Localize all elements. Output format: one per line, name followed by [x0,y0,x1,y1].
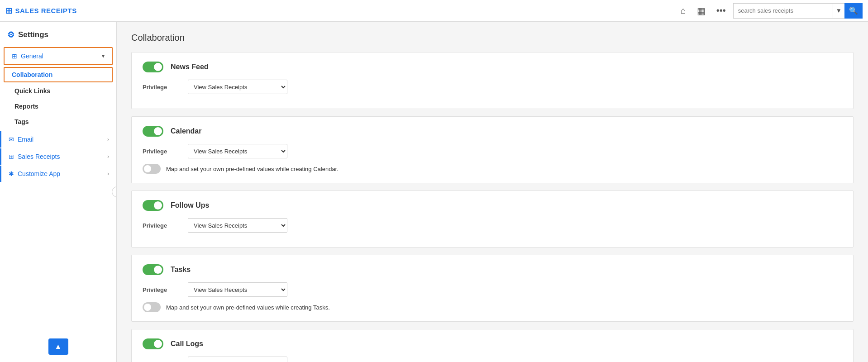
email-label: Email [18,136,33,143]
section-title-call-logs: Call Logs [171,340,203,348]
privilege-row-follow-ups: Privilege View Sales Receipts Edit Sales… [143,218,842,233]
privilege-label-news-feed: Privilege [143,84,179,90]
main-content: Collaboration News Feed Privilege View S… [117,22,868,362]
general-section: ⊞ General ▾ Collaboration Quick Links Re… [0,47,116,129]
general-icon: ⊞ [12,52,17,60]
toggle-tasks[interactable] [143,264,163,275]
sidebar-item-quick-links[interactable]: Quick Links [0,83,116,99]
chart-button[interactable]: ▦ [693,4,709,18]
privilege-label-follow-ups: Privilege [143,222,179,229]
map-text-calendar: Map and set your own pre-defined values … [166,166,339,172]
section-header-tasks: Tasks [143,264,842,275]
scroll-top-button[interactable]: ▲ [48,338,68,355]
privilege-dropdown-tasks[interactable]: View Sales Receipts Edit Sales Receipts … [188,283,287,296]
search-dropdown-button[interactable]: ▼ [833,3,844,19]
privilege-row-call-logs: Privilege View Sales Receipts Edit Sales… [143,357,842,362]
sidebar-item-sales-receipts[interactable]: ⊞ Sales Receipts › [0,148,116,165]
grid-icon: ⊞ [5,6,13,16]
privilege-select-call-logs[interactable]: View Sales Receipts Edit Sales Receipts … [188,357,287,362]
toggle-calendar[interactable] [143,126,163,137]
section-follow-ups: Follow Ups Privilege View Sales Receipts… [131,191,854,248]
sales-receipts-label: Sales Receipts [18,153,60,160]
search-input[interactable] [733,3,833,19]
privilege-row-tasks: Privilege View Sales Receipts Edit Sales… [143,282,842,297]
privilege-dropdown-follow-ups[interactable]: View Sales Receipts Edit Sales Receipts … [188,219,287,232]
section-header-calendar: Calendar [143,126,842,137]
section-news-feed: News Feed Privilege View Sales Receipts … [131,52,854,109]
section-title-calendar: Calendar [171,127,201,135]
app-title-text: SALES RECEIPTS [15,7,77,14]
privilege-row-news-feed: Privilege View Sales Receipts Edit Sales… [143,80,842,94]
layout: ⚙ Settings ⊞ General ▾ Collaboration Qui… [0,22,868,362]
section-tasks: Tasks Privilege View Sales Receipts Edit… [131,255,854,322]
collapse-button[interactable]: ‹ [112,186,117,197]
navbar-actions: ⌂ ▦ ••• ▼ 🔍 [677,3,863,19]
sidebar-item-email[interactable]: ✉ Email › [0,131,116,148]
navbar: ⊞ SALES RECEIPTS ⌂ ▦ ••• ▼ 🔍 [0,0,868,22]
reports-label: Reports [14,103,38,110]
section-title-follow-ups: Follow Ups [171,201,209,210]
toggle-call-logs[interactable] [143,338,163,349]
quick-links-label: Quick Links [14,87,50,95]
privilege-select-news-feed[interactable]: View Sales Receipts Edit Sales Receipts … [188,80,287,94]
map-text-tasks: Map and set your own pre-defined values … [166,304,330,311]
chevron-down-icon: ▾ [102,53,105,59]
section-header-news-feed: News Feed [143,62,842,72]
privilege-select-tasks[interactable]: View Sales Receipts Edit Sales Receipts … [188,282,287,297]
more-button[interactable]: ••• [713,4,730,18]
app-title: ⊞ SALES RECEIPTS [5,6,77,16]
privilege-label-tasks: Privilege [143,286,179,293]
sidebar-item-customize-app[interactable]: ✱ Customize App › [0,166,116,182]
toggle-follow-ups[interactable] [143,200,163,211]
section-title-news-feed: News Feed [171,63,209,71]
privilege-dropdown-call-logs[interactable]: View Sales Receipts Edit Sales Receipts … [188,357,287,362]
privilege-dropdown-news-feed[interactable]: View Sales Receipts Edit Sales Receipts … [188,80,287,94]
general-item[interactable]: ⊞ General ▾ [4,47,113,65]
toggle-news-feed[interactable] [143,62,163,72]
collaboration-label: Collaboration [12,71,52,78]
privilege-select-calendar[interactable]: View Sales Receipts Edit Sales Receipts … [188,144,287,158]
map-row-calendar: Map and set your own pre-defined values … [143,164,842,174]
chevron-right-icon: › [107,136,109,143]
privilege-select-follow-ups[interactable]: View Sales Receipts Edit Sales Receipts … [188,218,287,233]
home-button[interactable]: ⌂ [677,4,690,18]
sales-receipts-icon: ⊞ [9,153,14,160]
search-container: ▼ 🔍 [733,3,863,19]
privilege-label-call-logs: Privilege [143,361,179,362]
settings-header: ⚙ Settings [0,22,116,45]
privilege-label-calendar: Privilege [143,148,179,155]
settings-label: Settings [18,30,48,39]
tags-label: Tags [14,118,29,125]
sidebar-item-tags[interactable]: Tags [0,114,116,129]
customize-icon: ✱ [9,170,14,177]
section-title-tasks: Tasks [171,266,191,274]
page-title: Collaboration [131,33,854,43]
sidebar-item-reports[interactable]: Reports [0,99,116,114]
sidebar-item-collaboration[interactable]: Collaboration [4,67,113,82]
toggle-map-calendar[interactable] [143,164,161,174]
scroll-top-icon: ▲ [55,343,62,350]
general-label: General [21,52,43,60]
customize-label: Customize App [18,170,60,177]
map-row-tasks: Map and set your own pre-defined values … [143,302,842,312]
privilege-row-calendar: Privilege View Sales Receipts Edit Sales… [143,144,842,158]
section-call-logs: Call Logs Privilege View Sales Receipts … [131,329,854,362]
toggle-map-tasks[interactable] [143,302,161,312]
chevron-right-icon3: › [107,171,109,177]
privilege-dropdown-calendar[interactable]: View Sales Receipts Edit Sales Receipts … [188,144,287,158]
section-header-call-logs: Call Logs [143,338,842,349]
chevron-right-icon2: › [107,153,109,160]
gear-icon: ⚙ [7,30,14,40]
section-header-follow-ups: Follow Ups [143,200,842,211]
sidebar: ⚙ Settings ⊞ General ▾ Collaboration Qui… [0,22,117,362]
section-calendar: Calendar Privilege View Sales Receipts E… [131,116,854,183]
search-button[interactable]: 🔍 [844,3,863,19]
email-icon: ✉ [9,136,14,143]
